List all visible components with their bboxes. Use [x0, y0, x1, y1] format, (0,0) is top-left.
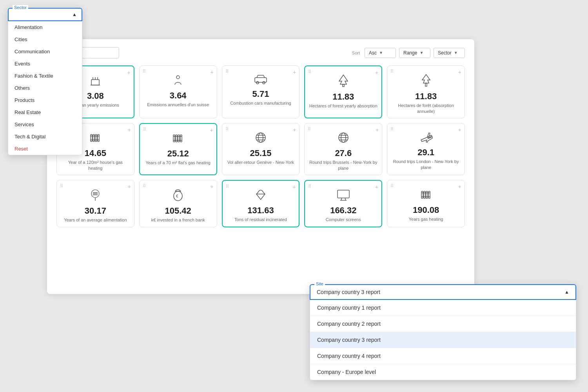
add-icon[interactable]: + — [210, 127, 213, 133]
drag-handle-icon: ⠿ — [390, 183, 394, 189]
card-flat-heating: ⠿ + 25.12 Years of a 70 m² flat's gas he… — [139, 123, 217, 175]
add-icon[interactable]: + — [375, 184, 378, 190]
card-label-bank: k€ invested in a french bank — [151, 217, 205, 223]
sector-menu-item-others[interactable]: Others — [8, 82, 82, 94]
card-screens: ⠿ + 166.32 Computer screens — [304, 180, 382, 227]
card-london-newyork: ⠿ + 29.1 Round trips London - New-York b… — [387, 123, 465, 175]
add-icon[interactable]: + — [458, 183, 461, 190]
svg-line-39 — [345, 198, 346, 200]
main-panel: Sort Asc ▼ Range ▼ Sector ▼ ⠿ + — [47, 39, 474, 294]
svg-rect-5 — [343, 84, 344, 87]
svg-point-4 — [263, 82, 265, 84]
drag-handle-icon: ⠿ — [143, 69, 146, 74]
add-icon[interactable]: + — [128, 127, 131, 133]
add-icon[interactable]: + — [128, 183, 131, 190]
card-icon-person — [172, 74, 184, 89]
sector-menu-item-real-estate[interactable]: Real Estate — [8, 106, 82, 118]
sector-dropdown-header[interactable]: Sector ▲ — [8, 8, 82, 21]
drag-handle-icon: ⠿ — [225, 127, 229, 132]
svg-rect-9 — [95, 134, 97, 142]
card-icon-monitor — [336, 189, 350, 204]
drag-handle-icon: ⠿ — [143, 183, 146, 189]
site-dropdown[interactable]: Site Company country 3 report ▲ Company … — [310, 284, 576, 380]
card-brussels-newyork: ⠿ + 27.6 Round trips Brussels - New-York… — [304, 123, 382, 175]
sector-select[interactable]: Sector ▼ — [434, 48, 465, 58]
add-icon[interactable]: + — [127, 69, 131, 76]
sector-label: Sector — [13, 5, 28, 10]
sort-select[interactable]: Asc ▼ — [365, 48, 396, 58]
range-chevron-icon: ▼ — [419, 51, 423, 55]
card-label-geneve: Vol aller-retour Genève - New-York — [227, 160, 294, 165]
svg-text:€: € — [176, 194, 178, 198]
card-value-suisse: 3.64 — [170, 91, 187, 101]
svg-rect-8 — [93, 134, 94, 142]
svg-rect-14 — [176, 135, 177, 142]
site-menu-item-europe[interactable]: Company - Europe level — [310, 364, 576, 380]
card-value-brussels: 27.6 — [335, 148, 352, 158]
card-label-gas-heating: Years gas heating — [409, 216, 443, 222]
add-icon[interactable]: + — [293, 69, 296, 75]
sector-menu-item-fashion[interactable]: Fashion & Textile — [8, 70, 82, 82]
sector-menu-item-communication[interactable]: Communication — [8, 45, 82, 58]
card-combustion-cars: ⠿ + 5.71 Combustion cars manufacturing — [222, 65, 300, 118]
sector-menu-item-services[interactable]: Services — [8, 118, 82, 131]
card-icon-radiator2 — [172, 132, 184, 147]
sector-sort-chevron-icon: ▼ — [454, 51, 458, 55]
site-menu-item-country3[interactable]: Company country 3 report — [310, 332, 576, 348]
card-label-screens: Computer screens — [326, 217, 361, 222]
svg-rect-0 — [91, 80, 99, 85]
svg-rect-16 — [180, 135, 182, 142]
card-icon-plane — [419, 131, 433, 146]
sector-value: Sector — [438, 50, 452, 56]
site-label: Site — [314, 281, 325, 286]
range-select[interactable]: Range ▼ — [399, 48, 430, 58]
card-forest-absorption-en: ⠿ + 11.83 Hectares of forest yearly abso… — [304, 65, 382, 118]
site-selected-value: Company country 3 report — [317, 289, 380, 295]
site-menu-item-country1[interactable]: Company country 1 report — [310, 300, 576, 316]
svg-rect-41 — [421, 191, 423, 198]
card-icon-fork — [90, 188, 101, 204]
sector-menu-item-reset[interactable]: Reset — [8, 143, 82, 155]
svg-point-3 — [256, 82, 259, 84]
card-value-london: 29.1 — [417, 147, 434, 158]
sector-dropdown[interactable]: Sector ▲ Alimentation Cities Communicati… — [8, 8, 82, 155]
add-icon[interactable]: + — [210, 69, 213, 75]
site-menu-item-country2[interactable]: Company country 2 report — [310, 316, 576, 332]
add-icon[interactable]: + — [210, 183, 213, 190]
sector-menu-item-products[interactable]: Products — [8, 94, 82, 106]
drag-handle-icon: ⠿ — [390, 127, 394, 132]
toolbar: Sort Asc ▼ Range ▼ Sector ▼ — [56, 47, 465, 58]
sort-value: Asc — [369, 50, 377, 56]
card-french-bank: ⠿ + € 105.42 k€ invested in a french ban… — [139, 180, 217, 227]
card-icon-tree2 — [420, 74, 432, 90]
sort-label: Sort — [352, 51, 360, 55]
add-icon[interactable]: + — [292, 184, 296, 190]
add-icon[interactable]: + — [458, 69, 461, 75]
card-value-screens: 166.32 — [330, 205, 356, 216]
add-icon[interactable]: + — [375, 69, 378, 76]
sector-menu-item-alimentation[interactable]: Alimentation — [8, 21, 82, 33]
card-label-suisse: Emissions annuelles d'un suisse — [147, 102, 209, 107]
add-icon[interactable]: + — [458, 127, 461, 133]
drag-handle-icon: ⠿ — [225, 69, 229, 74]
sector-menu-item-cities[interactable]: Cities — [8, 33, 82, 45]
add-icon[interactable]: + — [376, 127, 379, 133]
range-value: Range — [403, 50, 417, 56]
sector-menu-item-tech[interactable]: Tech & Digital — [8, 131, 82, 143]
card-icon-globe1 — [254, 131, 267, 147]
add-icon[interactable]: + — [293, 127, 296, 133]
site-dropdown-header[interactable]: Site Company country 3 report ▲ — [310, 284, 576, 300]
site-menu-item-country4[interactable]: Company country 4 report — [310, 348, 576, 364]
cards-grid: ⠿ + 3.08 Belgian yearly emissions ⠿ + — [56, 65, 465, 227]
sector-menu-item-events[interactable]: Events — [8, 58, 82, 70]
card-label-house-heating: Year of a 120m² house's gas heating — [61, 160, 130, 171]
svg-rect-37 — [338, 190, 349, 198]
svg-rect-6 — [425, 83, 427, 86]
svg-rect-13 — [173, 135, 175, 142]
card-icon-tree1 — [338, 74, 349, 90]
card-icon-factory — [89, 74, 102, 89]
sort-controls: Sort Asc ▼ Range ▼ Sector ▼ — [352, 48, 465, 58]
drag-handle-icon: ⠿ — [390, 69, 394, 74]
card-icon-gem — [255, 189, 267, 204]
card-gas-heating-years: ⠿ + 190.08 Years gas heating — [387, 180, 465, 227]
